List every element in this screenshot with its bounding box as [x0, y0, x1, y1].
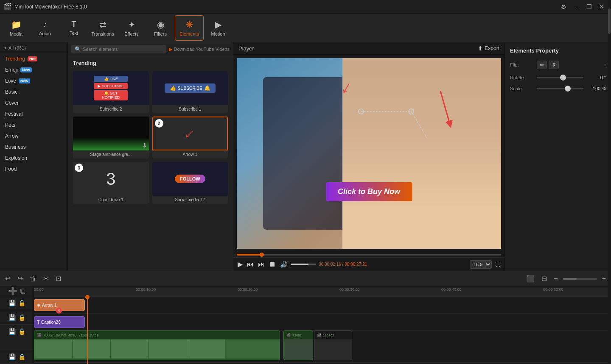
flip-horizontal-button[interactable]: ⇔ — [537, 61, 547, 69]
undo-button[interactable]: ↩ — [3, 273, 12, 284]
zoom-in-button[interactable]: + — [600, 273, 608, 284]
category-item-basic[interactable]: Basic — [0, 86, 67, 97]
video-clip-3[interactable]: 🎬 130862 — [314, 331, 352, 360]
toolbar-item-effects[interactable]: ✦ Effects — [117, 15, 146, 41]
element-card-stage[interactable]: ⬇ Stage ambience gre... — [73, 117, 149, 158]
toolbar-item-audio[interactable]: ♪ Audio — [31, 15, 59, 41]
copy-track-icon[interactable]: ⧉ — [20, 287, 25, 296]
element-card-subscribe1[interactable]: 👍SUBSCRIBE🔔 Subscribe 1 — [152, 71, 228, 113]
lock-video-icon[interactable]: 🔒 — [18, 328, 25, 335]
category-item-business[interactable]: Business — [0, 142, 67, 153]
next-frame-button[interactable]: ⏭ — [257, 260, 266, 269]
element-name-countdown1: Countdown 1 — [73, 196, 149, 204]
category-item-festival[interactable]: Festival — [0, 108, 67, 119]
restore-button[interactable]: ❐ — [583, 2, 595, 11]
close-button[interactable]: ✕ — [596, 2, 608, 11]
export-icon: ⬆ — [478, 45, 483, 52]
minimize-button[interactable]: ─ — [570, 2, 582, 11]
progress-bar[interactable] — [237, 254, 501, 256]
transitions-icon: ⇄ — [99, 19, 107, 30]
search-box[interactable]: 🔍 — [71, 45, 166, 53]
ruler-mark-1: 00:00:10:00 — [136, 287, 156, 292]
lock-caption-icon[interactable]: 🔒 — [18, 314, 25, 321]
lock-audio-icon[interactable]: 🔒 — [18, 353, 25, 360]
search-icon: 🔍 — [75, 46, 81, 52]
track-ctrl-audio: 💾 🔒 — [0, 350, 34, 364]
element-card-social17[interactable]: FOLLOW Social media 17 — [152, 162, 228, 204]
zoom-out-button[interactable]: − — [552, 273, 559, 284]
zoom-slider[interactable] — [563, 278, 597, 280]
category-item-arrow[interactable]: Arrow — [0, 131, 67, 142]
category-item-cover[interactable]: Cover — [0, 97, 67, 108]
scale-slider[interactable] — [537, 88, 583, 89]
middle-toolbar: 🔍 ▶ Download YouTube Videos — [68, 42, 233, 56]
tracks-area: ❋ Arrow 1 ✕ T Caption26 — [34, 297, 611, 364]
export-button[interactable]: ⬆ Export — [478, 45, 499, 52]
toolbar-item-media[interactable]: 📁 Media — [2, 15, 31, 41]
add-track-icon[interactable]: ➕ — [8, 286, 17, 296]
element-card-arrow1[interactable]: 2 ↓ Arrow 1 — [152, 117, 228, 158]
prev-frame-button[interactable]: ⏮ — [246, 260, 255, 269]
save-audio-icon[interactable]: 💾 — [8, 353, 16, 360]
element-name-subscribe2: Subscribe 2 — [73, 105, 149, 113]
split-button[interactable]: ⊟ — [540, 273, 549, 284]
toolbar-item-text[interactable]: T Text — [59, 15, 88, 41]
delete-clip-badge[interactable]: ✕ — [56, 308, 62, 314]
caption-clip[interactable]: T Caption26 — [34, 316, 85, 328]
expand-properties-button[interactable]: › — [604, 62, 606, 68]
middle-panel: 🔍 ▶ Download YouTube Videos Trending 👍 L… — [68, 42, 233, 271]
category-item-emoji[interactable]: Emoji New — [0, 64, 67, 75]
category-item-pets[interactable]: Pets — [0, 119, 67, 131]
stop-button[interactable]: ⏹ — [268, 260, 277, 269]
flip-vertical-button[interactable]: ⇕ — [549, 61, 559, 69]
save-caption-icon[interactable]: 💾 — [8, 314, 16, 321]
element-card-subscribe2[interactable]: 👍 LIKE ▶ SUBSCRIBE 🔔 GET NOTIFIED Subscr… — [73, 71, 149, 113]
lock-elements-icon[interactable]: 🔒 — [18, 300, 25, 306]
delete-button[interactable]: 🗑 — [28, 273, 38, 284]
toolbar-item-motion[interactable]: ▶ Motion — [204, 15, 233, 41]
cut-button[interactable]: ✂ — [42, 273, 50, 284]
fullscreen-button[interactable]: ⛶ — [494, 261, 501, 268]
toolbar-item-filters[interactable]: ◉ Filters — [146, 15, 175, 41]
track-ctrl-caption: 💾 🔒 — [0, 310, 34, 324]
category-item-food[interactable]: Food — [0, 164, 67, 175]
element-thumb-stage: ⬇ — [73, 117, 149, 150]
play-button[interactable]: ▶ — [237, 259, 244, 269]
element-name-subscribe1: Subscribe 1 — [152, 105, 228, 113]
volume-button[interactable]: 🔊 — [279, 260, 288, 269]
save-video-icon[interactable]: 💾 — [8, 328, 16, 335]
category-item-trending[interactable]: Trending Hot — [0, 53, 67, 64]
crop-button[interactable]: ⊡ — [54, 273, 63, 284]
category-item-explosion[interactable]: Explosion — [0, 153, 67, 164]
clip-element-icon: ❋ — [37, 303, 40, 308]
player-header: Player ⬆ Export — [233, 42, 504, 55]
category-item-love[interactable]: Love New — [0, 75, 67, 86]
scrollbar-vertical[interactable] — [608, 286, 611, 364]
toolbar-item-transitions[interactable]: ⇄ Transitions — [88, 15, 117, 41]
track-control-add: ➕ ⧉ — [0, 286, 34, 296]
toolbar: 📁 Media ♪ Audio T Text ⇄ Transitions ✦ E… — [0, 14, 611, 42]
element-card-countdown1[interactable]: 3 3 Countdown 1 — [73, 162, 149, 204]
properties-title: Elements Property — [510, 47, 606, 54]
toolbar-item-elements[interactable]: ❋ Elements — [175, 15, 204, 41]
redo-button[interactable]: ↪ — [16, 273, 25, 284]
flip-buttons: ⇔ ⇕ — [537, 61, 559, 69]
download-youtube-button[interactable]: ▶ Download YouTube Videos — [169, 47, 230, 52]
effects-icon: ✦ — [128, 19, 135, 30]
search-input[interactable] — [83, 47, 163, 52]
video-clip-main[interactable]: 🎬 7306719-uhd_4096_2160_25fps — [34, 331, 280, 360]
rotate-slider[interactable] — [537, 77, 583, 78]
settings-button[interactable]: ⚙ — [558, 2, 569, 11]
flip-row: Flip: ⇔ ⇕ › — [510, 61, 606, 69]
video-clip-2[interactable]: 🎬 73067 — [283, 331, 313, 360]
element-thumb-social17: FOLLOW — [152, 162, 228, 196]
main-content: ▾ All (381) Trending Hot Emoji New Love … — [0, 42, 611, 271]
media-icon: 📁 — [11, 19, 22, 30]
track-color-button[interactable]: ⬛ — [524, 273, 536, 284]
properties-panel: Elements Property Flip: ⇔ ⇕ › Rotate: 0 … — [505, 42, 611, 271]
volume-slider[interactable] — [291, 264, 316, 265]
timeline: ↩ ↪ 🗑 ✂ ⊡ ⬛ ⊟ − + ➕ ⧉ 💾 🔒 💾 🔒 — [0, 271, 611, 364]
aspect-ratio-select[interactable]: 16:99:164:31:1 — [470, 260, 492, 269]
save-elements-icon[interactable]: 💾 — [8, 300, 16, 306]
video3-icon: 🎬 — [317, 333, 321, 337]
